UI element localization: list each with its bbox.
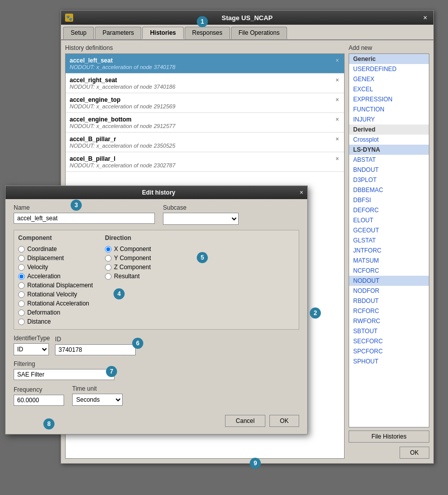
add-new-rbdout[interactable]: RBDOUT [349,296,429,306]
add-new-ncforc[interactable]: NCFORC [349,266,429,276]
main-window-close[interactable]: × [421,14,429,22]
add-new-abstat[interactable]: ABSTAT [349,155,429,165]
radio-x-component[interactable]: X Component [105,245,151,253]
tab-setup[interactable]: Setup [63,27,94,39]
history-item-close-4[interactable]: × [334,136,340,143]
radio-z-component[interactable]: Z Component [105,264,151,271]
add-new-crossplot[interactable]: Crossplot [349,135,429,145]
add-new-nodfor[interactable]: NODFOR [349,286,429,296]
radio-deformation[interactable]: Deformation [18,309,93,316]
tab-histories[interactable]: Histories [142,27,183,39]
radio-rotational-displacement[interactable]: Rotational Displacement [18,282,93,289]
radio-resultant[interactable]: Resultant [105,273,151,280]
radio-distance[interactable]: Distance [18,318,93,325]
time-unit-select[interactable]: Seconds Milliseconds Microseconds [72,394,123,406]
main-window-title: Stage US_NCAP [73,14,421,22]
add-new-userdefined[interactable]: USERDEFINED [349,64,429,74]
main-ok-button[interactable]: OK [400,447,429,459]
add-new-deforc[interactable]: DEFORC [349,205,429,215]
tab-file-operations[interactable]: File Operations [231,27,287,39]
history-item-1[interactable]: accel_right_seat NODOUT: x_acceleration … [66,74,344,93]
add-new-excel[interactable]: EXCEL [349,84,429,94]
add-new-gceout[interactable]: GCEOUT [349,225,429,235]
file-histories-button[interactable]: File Histories [349,430,429,443]
add-new-dbfsi[interactable]: DBFSI [349,195,429,205]
identifier-type-select[interactable]: ID [14,343,49,355]
radio-coordinate[interactable]: Coordinate [18,245,93,253]
name-input[interactable] [14,213,155,224]
badge-2: 2 [310,307,321,319]
add-new-secforc[interactable]: SECFORC [349,336,429,346]
history-item-close-5[interactable]: × [334,155,340,162]
history-item-2[interactable]: accel_engine_top NODOUT: x_acceleration … [66,93,344,113]
add-new-rcforc[interactable]: RCFORC [349,306,429,316]
history-item-close-0[interactable]: × [334,57,340,64]
add-new-function[interactable]: FUNCTION [349,104,429,114]
history-item-close-1[interactable]: × [334,77,340,84]
radio-velocity[interactable]: Velocity [18,264,93,271]
add-new-jntforc[interactable]: JNTFORC [349,245,429,256]
edit-dialog-close[interactable]: × [300,189,303,196]
history-item-sub-3: NODOUT: x_acceleration of node 2912577 [70,123,176,129]
tab-parameters[interactable]: Parameters [95,27,141,39]
history-item-close-3[interactable]: × [334,116,340,123]
history-item-4[interactable]: accel_B_pillar_r NODOUT: x_acceleration … [66,133,344,152]
add-new-bndout[interactable]: BNDOUT [349,165,429,175]
add-new-nodout[interactable]: NODOUT [349,276,429,286]
add-new-injury[interactable]: INJURY [349,114,429,125]
add-new-matsum[interactable]: MATSUM [349,256,429,266]
history-item-sub-4: NODOUT: x_acceleration of node 2350525 [70,143,176,149]
radio-y-component[interactable]: Y Component [105,255,151,262]
add-new-genex[interactable]: GENEX [349,74,429,84]
add-new-rwforc[interactable]: RWFORC [349,316,429,326]
radio-rotational-acceleration[interactable]: Rotational Acceleration [18,300,93,307]
identifier-type-label: IdentifierType [14,335,50,342]
history-item-5[interactable]: accel_B_pillar_l NODOUT: x_acceleration … [66,152,344,172]
id-input[interactable] [55,344,136,355]
subcase-label: Subcase [163,204,239,211]
name-subcase-row: Name Subcase [14,204,299,225]
add-new-spcforc[interactable]: SPCFORC [349,346,429,356]
add-new-generic[interactable]: Generic [349,54,429,64]
add-new-expression[interactable]: EXPRESSION [349,94,429,104]
edit-dialog-titlebar: Edit history × [6,186,307,199]
id-label: ID [55,336,136,343]
component-group: Component Coordinate Displacement Veloci… [18,234,93,325]
ok-button[interactable]: OK [269,415,299,427]
subcase-group: Subcase [163,204,239,225]
frequency-input[interactable] [14,395,64,406]
cancel-button[interactable]: Cancel [225,415,265,427]
badge-6: 6 [132,338,143,349]
app-icon: 🐾 [65,14,73,22]
add-new-label: Add new [349,44,429,51]
filtering-row: Filtering [14,360,299,380]
history-item-3[interactable]: accel_engine_bottom NODOUT: x_accelerati… [66,113,344,133]
add-new-sbtout[interactable]: SBTOUT [349,326,429,336]
tab-bar: Setup Parameters Histories Responses Fil… [61,25,433,40]
add-new-d3plot[interactable]: D3PLOT [349,175,429,185]
radio-acceleration[interactable]: Acceleration [18,273,93,280]
add-new-derived: Derived [349,125,429,135]
edit-dialog: Edit history × Name Subcase Component Co… [5,185,308,435]
subcase-select[interactable] [163,213,239,225]
history-item-close-2[interactable]: × [334,96,340,103]
add-new-elout[interactable]: ELOUT [349,215,429,225]
add-new-dbbemac[interactable]: DBBEMAC [349,185,429,195]
history-item-name-3: accel_engine_bottom [70,116,176,123]
main-titlebar: 🐾 Stage US_NCAP × [61,11,433,25]
name-group: Name [14,204,155,224]
radio-rotational-velocity[interactable]: Rotational Velocity [18,291,93,298]
history-item-0[interactable]: accel_left_seat NODOUT: x_acceleration o… [66,54,344,74]
filtering-input[interactable] [14,369,115,380]
badge-5: 5 [197,252,208,263]
add-new-list[interactable]: Generic USERDEFINED GENEX EXCEL EXPRESSI… [349,53,429,427]
time-unit-group: Time unit Seconds Milliseconds Microseco… [72,385,123,406]
tab-responses[interactable]: Responses [185,27,230,39]
identifier-type-group: IdentifierType ID [14,335,50,355]
badge-7: 7 [106,366,117,377]
add-new-glstat[interactable]: GLSTAT [349,235,429,245]
add-new-sphout[interactable]: SPHOUT [349,356,429,366]
component-direction-section: Component Coordinate Displacement Veloci… [14,230,299,330]
radio-displacement[interactable]: Displacement [18,255,93,262]
edit-dialog-content: Name Subcase Component Coordinate Displa… [6,199,307,434]
